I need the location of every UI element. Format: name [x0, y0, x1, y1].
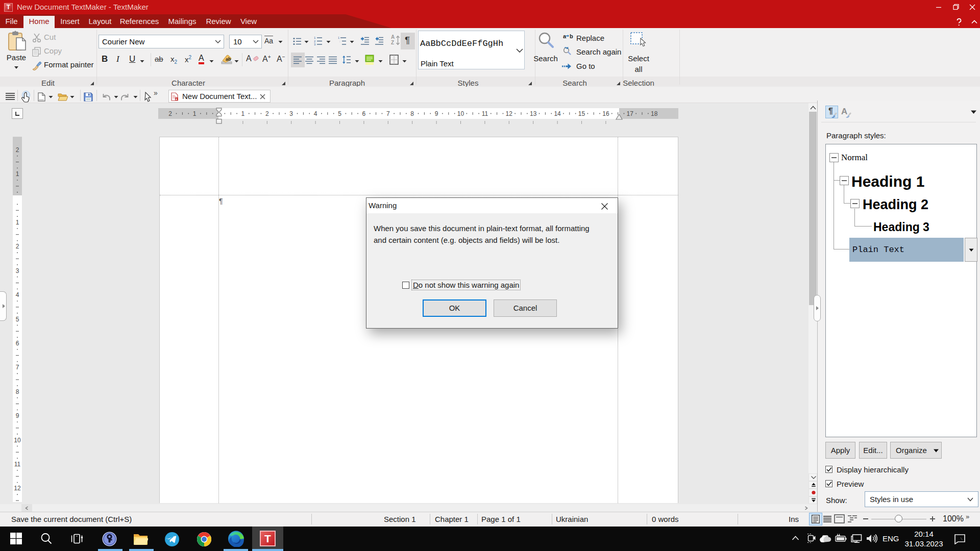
svg-text:11: 11	[14, 461, 21, 468]
svg-text:13: 13	[530, 110, 537, 117]
svg-text:3: 3	[16, 267, 19, 274]
svg-text:2: 2	[168, 110, 172, 117]
svg-text:1: 1	[241, 110, 245, 117]
svg-text:11: 11	[482, 110, 488, 117]
svg-text:7: 7	[16, 364, 19, 371]
svg-text:12: 12	[14, 485, 21, 492]
svg-text:ab: ab	[226, 57, 231, 62]
svg-text:2: 2	[16, 243, 19, 250]
svg-text:14: 14	[554, 110, 561, 117]
svg-text:3: 3	[314, 43, 316, 46]
svg-text:16: 16	[602, 110, 609, 117]
svg-text:12: 12	[506, 110, 513, 117]
svg-text:9: 9	[435, 110, 438, 117]
svg-text:1: 1	[338, 36, 339, 39]
svg-text:1: 1	[16, 170, 19, 178]
svg-text:4: 4	[16, 291, 19, 298]
svg-text:8: 8	[410, 110, 414, 117]
svg-text:10: 10	[14, 437, 21, 444]
svg-text:b: b	[570, 33, 573, 39]
svg-text:6: 6	[362, 110, 366, 117]
svg-text:3: 3	[289, 110, 293, 117]
svg-text:17: 17	[627, 110, 634, 117]
svg-text:2: 2	[265, 110, 269, 117]
svg-text:18: 18	[651, 110, 658, 117]
svg-text:10: 10	[457, 110, 464, 117]
svg-text:15: 15	[578, 110, 585, 117]
svg-text::: :	[339, 40, 340, 43]
svg-text:1: 1	[193, 110, 197, 117]
svg-text:5: 5	[338, 110, 341, 117]
svg-text:1: 1	[16, 219, 19, 226]
svg-text:6: 6	[16, 340, 19, 347]
svg-text:5: 5	[16, 316, 19, 323]
svg-text:a: a	[563, 33, 567, 39]
svg-text:9: 9	[16, 412, 19, 419]
svg-text:2: 2	[16, 146, 19, 154]
svg-text:4: 4	[314, 110, 317, 117]
svg-text:7: 7	[386, 110, 390, 117]
svg-text:1: 1	[314, 36, 316, 39]
svg-text:8: 8	[16, 388, 19, 395]
svg-text:2: 2	[314, 40, 316, 43]
